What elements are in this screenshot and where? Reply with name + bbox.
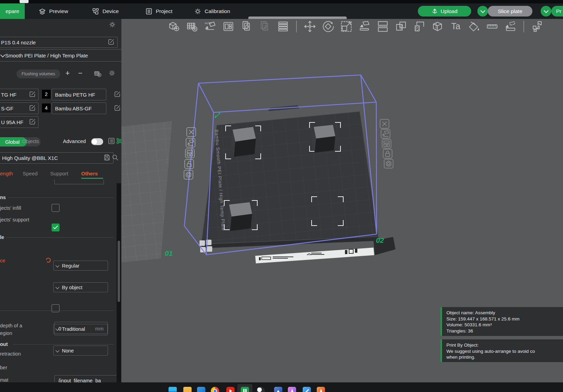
slice-dropdown-button[interactable] xyxy=(477,6,488,17)
toggle-knob xyxy=(92,139,97,144)
taskbar-outlook-icon[interactable] xyxy=(197,387,205,392)
compare-presets-icon[interactable] xyxy=(116,137,121,145)
app-logo-icon xyxy=(20,0,29,3)
taskbar-chrome-icon[interactable] xyxy=(211,387,219,392)
auto-orient-plate-icon[interactable] xyxy=(186,138,195,147)
tab-preview[interactable]: Preview xyxy=(39,3,68,19)
filename-format-input[interactable]: {input_filename_ba xyxy=(54,375,118,382)
remove-filament-button[interactable]: − xyxy=(78,69,83,78)
filename-format-label: mat xyxy=(0,377,8,382)
object-volume-line: Volume: 50331.6 mm³ xyxy=(446,322,563,328)
scrollbar-thumb[interactable] xyxy=(118,241,120,302)
upload-button[interactable]: Upload xyxy=(418,6,471,17)
interlocking-depth-label: depth of a egion xyxy=(0,322,22,337)
printer-settings-gear-icon[interactable] xyxy=(109,21,116,28)
model-cube-1[interactable] xyxy=(231,127,256,157)
edit-filament-1-icon[interactable] xyxy=(29,91,36,98)
tab-project[interactable]: Project xyxy=(145,3,172,19)
reduce-infill-retraction-label: retraction xyxy=(0,351,21,357)
tab-speed[interactable]: Speed xyxy=(23,171,37,176)
scrollbar-track[interactable] xyxy=(117,183,121,382)
scope-objects[interactable]: Objects xyxy=(22,139,39,144)
arrange-plate-icon[interactable] xyxy=(185,149,194,158)
taskbar-affinity-publisher-icon[interactable] xyxy=(317,387,325,392)
filament-2-color-badge[interactable]: 2 xyxy=(42,90,51,99)
divider xyxy=(0,311,113,311)
tab-calibration[interactable]: Calibration xyxy=(194,3,230,19)
photo-slash-glyph xyxy=(305,389,309,392)
unit-label: mm xyxy=(95,326,104,331)
tab-support[interactable]: Support xyxy=(50,171,68,176)
chrome-dot xyxy=(214,390,216,392)
tab-strength[interactable]: ength xyxy=(0,171,13,176)
filament-4-select[interactable]: Bambu ABS-GF xyxy=(52,102,106,114)
process-preset-select[interactable]: High Quality @BBL X1C xyxy=(0,152,113,164)
plate-settings-icon[interactable] xyxy=(384,159,393,168)
chevron-down-icon xyxy=(543,8,548,13)
settings-list-icon[interactable] xyxy=(108,137,115,145)
edit-filament-5-icon[interactable] xyxy=(29,118,36,125)
collapsed-assembly-handle[interactable] xyxy=(248,17,347,19)
add-filament-button[interactable]: + xyxy=(65,69,70,78)
lock-plate-icon[interactable] xyxy=(185,160,194,168)
plate-settings-icon[interactable] xyxy=(184,170,193,179)
plate-label-01[interactable]: 01 xyxy=(165,249,173,257)
taskbar-windows-icon[interactable] xyxy=(169,387,177,392)
flush-support-checkbox[interactable] xyxy=(52,224,59,231)
auto-orient-plate-icon[interactable] xyxy=(381,129,390,138)
build-plate-01[interactable] xyxy=(121,121,172,263)
sync-ams-filament-icon[interactable] xyxy=(94,70,102,78)
plate-label-02[interactable]: 02 xyxy=(376,236,384,244)
delete-plate-icon[interactable] xyxy=(380,119,389,128)
advanced-label: Advanced xyxy=(63,138,86,144)
edit-filament-2-icon[interactable] xyxy=(114,91,121,98)
taskbar-bambu-studio-icon[interactable] xyxy=(241,387,249,392)
edit-printer-icon[interactable] xyxy=(108,39,115,45)
edit-filament-4-icon[interactable] xyxy=(114,105,121,111)
flushing-volumes-button[interactable]: Flushing volumes xyxy=(17,69,60,78)
spiral-vase-checkbox[interactable] xyxy=(52,304,59,312)
fuzzy-skin-select[interactable]: None xyxy=(53,346,108,356)
plate-02-actions[interactable] xyxy=(380,119,393,168)
scope-toggle[interactable]: Global Objects xyxy=(0,137,41,146)
taskbar-revit-icon[interactable] xyxy=(274,387,282,392)
object-name-line: Object name: Assembly xyxy=(446,310,563,316)
scrolled-input-partial[interactable] xyxy=(54,179,104,184)
print-sequence-select[interactable]: By object xyxy=(53,282,108,292)
filament-2-select[interactable]: Bambu PETG HF xyxy=(52,89,106,100)
filament-4-color-badge[interactable]: 4 xyxy=(42,104,51,112)
flush-infill-label: jects' infill xyxy=(0,205,21,211)
printer-preset-select[interactable]: P1S 0.4 nozzle xyxy=(0,37,118,48)
lock-plate-icon[interactable] xyxy=(383,149,392,158)
filament-settings-gear-icon[interactable] xyxy=(108,69,116,77)
print-dropdown-button[interactable] xyxy=(541,6,551,17)
hint-body-line: We suggest using auto-arrange to avoid c… xyxy=(446,348,563,355)
plate-name-edit-icon[interactable] xyxy=(215,112,220,118)
flush-infill-checkbox[interactable] xyxy=(52,204,59,212)
advanced-toggle[interactable] xyxy=(91,138,103,145)
hint-body-line: when printing. xyxy=(446,354,563,360)
slice-plate-button[interactable]: Slice plate xyxy=(488,6,532,17)
taskbar-affinity-designer-icon[interactable] xyxy=(288,387,296,392)
plate-type-select[interactable]: Smooth PEI Plate / High Temp Plate xyxy=(0,49,121,62)
arrange-plate-icon[interactable] xyxy=(382,139,391,148)
taskbar-affinity-photo-icon[interactable] xyxy=(303,387,311,392)
print-plate-button[interactable]: Pr xyxy=(551,6,563,17)
interlocking-depth-input[interactable]: 0 mm xyxy=(54,322,108,335)
taskbar-dark-sphere-app-icon[interactable] xyxy=(257,387,265,392)
taskbar-youtube-icon[interactable] xyxy=(226,387,235,392)
edit-filament-3-icon[interactable] xyxy=(29,105,36,111)
model-cube-2[interactable] xyxy=(312,125,335,153)
affinity-a-glyph xyxy=(320,389,323,392)
model-cube-3[interactable] xyxy=(227,202,252,231)
tab-device[interactable]: Device xyxy=(92,3,119,19)
tab-prepare[interactable]: epare xyxy=(0,3,25,19)
slicing-mode-select[interactable]: Regular xyxy=(53,261,108,271)
tab-others[interactable]: Others xyxy=(81,171,98,176)
section-gcode-output: out xyxy=(0,341,8,347)
reset-setting-icon[interactable] xyxy=(45,257,52,264)
bambu-bar xyxy=(243,389,245,392)
save-preset-icon[interactable] xyxy=(104,154,110,161)
taskbar-file-explorer-icon[interactable] xyxy=(183,387,192,392)
search-settings-icon[interactable] xyxy=(112,154,119,161)
